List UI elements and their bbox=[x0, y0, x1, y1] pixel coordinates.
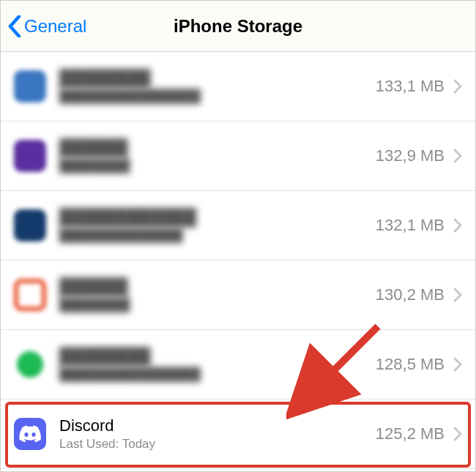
app-row[interactable]: ██████████████132,9 MB bbox=[1, 121, 475, 191]
app-name-label: ██████ bbox=[59, 277, 376, 296]
page-title: iPhone Storage bbox=[174, 16, 302, 37]
app-sub-label: ████████ bbox=[59, 159, 376, 173]
app-name-label: Discord bbox=[59, 416, 376, 435]
app-sub-label: ██████████████ bbox=[59, 228, 376, 243]
app-info: ████████████████████████ bbox=[59, 69, 376, 105]
app-row[interactable]: ████████████████████████133,1 MB bbox=[1, 52, 475, 121]
app-sub-label: ████████ bbox=[59, 298, 376, 312]
app-info: ██████████████ bbox=[59, 277, 376, 313]
app-name-label: ████████ bbox=[59, 69, 376, 88]
app-sub-label: ████████████████ bbox=[59, 89, 376, 104]
app-sub-label: Last Used: Today bbox=[59, 437, 376, 452]
app-name-label: ██████ bbox=[59, 138, 376, 157]
discord-logo-icon bbox=[19, 425, 41, 443]
chevron-right-icon bbox=[453, 218, 462, 233]
app-size-label: 133,1 MB bbox=[376, 77, 445, 96]
chevron-right-icon bbox=[453, 427, 462, 441]
app-row[interactable]: ██████████████████████████132,1 MB bbox=[1, 191, 475, 261]
chevron-left-icon bbox=[8, 15, 21, 37]
app-icon bbox=[14, 70, 46, 102]
app-icon bbox=[14, 209, 46, 241]
app-info: ████████████████████████ bbox=[59, 347, 376, 383]
app-icon bbox=[14, 279, 46, 311]
back-button[interactable]: General bbox=[1, 15, 86, 37]
app-icon bbox=[14, 418, 46, 450]
app-icon bbox=[14, 140, 46, 172]
app-icon bbox=[14, 348, 46, 381]
app-sub-label: ████████████████ bbox=[59, 367, 376, 382]
app-info: ██████████████ bbox=[59, 138, 376, 174]
app-name-label: ████████████ bbox=[59, 208, 376, 227]
chevron-right-icon bbox=[453, 357, 462, 372]
app-size-label: 125,2 MB bbox=[376, 424, 445, 443]
chevron-right-icon bbox=[453, 149, 462, 163]
chevron-right-icon bbox=[453, 288, 462, 302]
app-info: DiscordLast Used: Today bbox=[59, 416, 376, 452]
app-name-label: ████████ bbox=[59, 347, 376, 366]
navigation-header: General iPhone Storage bbox=[1, 1, 475, 52]
app-row[interactable]: ████████████████████████128,5 MB bbox=[1, 330, 475, 400]
app-info: ██████████████████████████ bbox=[59, 208, 376, 244]
back-label: General bbox=[24, 16, 86, 37]
app-list: ████████████████████████133,1 MB████████… bbox=[1, 52, 475, 469]
app-row[interactable]: DiscordLast Used: Today125,2 MB bbox=[1, 400, 475, 469]
app-size-label: 128,5 MB bbox=[376, 355, 445, 374]
chevron-right-icon bbox=[453, 79, 462, 94]
app-size-label: 132,9 MB bbox=[376, 146, 445, 165]
app-size-label: 132,1 MB bbox=[376, 216, 445, 235]
app-row[interactable]: ██████████████130,2 MB bbox=[1, 261, 475, 330]
app-size-label: 130,2 MB bbox=[376, 285, 445, 304]
